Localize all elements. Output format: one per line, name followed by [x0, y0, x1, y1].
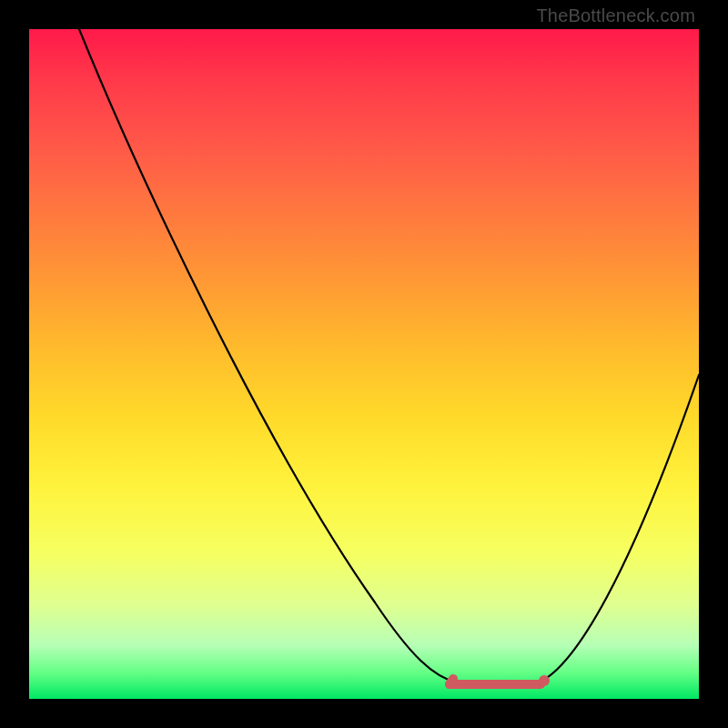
plot-area — [29, 29, 699, 699]
bottleneck-curve — [29, 29, 699, 699]
chart-frame: TheBottleneck.com — [0, 0, 728, 728]
curve-left — [79, 29, 457, 682]
watermark-text: TheBottleneck.com — [536, 5, 695, 26]
flat-region-notch — [450, 679, 453, 684]
flat-region-end-dot — [539, 675, 550, 686]
curve-right — [539, 375, 699, 682]
